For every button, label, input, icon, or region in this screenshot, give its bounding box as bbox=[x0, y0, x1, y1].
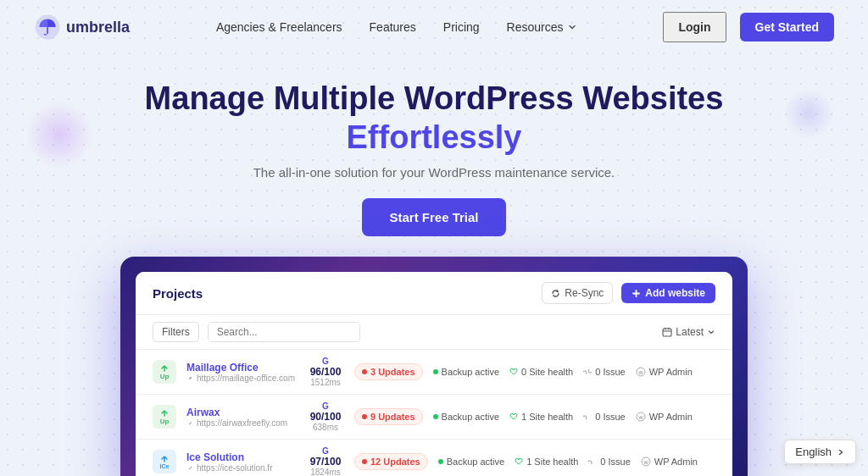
nav-resources[interactable]: Resources bbox=[507, 20, 577, 34]
backup-status: Backup active bbox=[438, 457, 504, 467]
score-value: 96/100 bbox=[310, 366, 342, 378]
nav-agencies[interactable]: Agencies & Freelancers bbox=[216, 20, 342, 34]
heart-icon bbox=[509, 412, 518, 421]
site-status-icon: Up bbox=[153, 405, 176, 429]
response-time: 1824ms bbox=[310, 468, 341, 476]
link2-icon bbox=[583, 368, 592, 376]
add-website-label: Add website bbox=[645, 287, 705, 299]
site-info: Ice Solution https://ice-solution.fr bbox=[186, 451, 297, 473]
wp-icon: W bbox=[636, 367, 646, 377]
dashboard-toolbar: Filters Latest bbox=[136, 315, 732, 350]
updates-badge: 9 Updates bbox=[354, 408, 423, 425]
language-label: English bbox=[795, 446, 832, 458]
score-block: G 97/100 1824ms bbox=[307, 446, 344, 476]
link-icon bbox=[186, 374, 194, 382]
cta-button[interactable]: Start Free Trial bbox=[362, 198, 505, 236]
link2-icon bbox=[588, 457, 597, 466]
dashboard-preview: Projects Re-Sync Add w bbox=[120, 257, 748, 476]
arrow-up-icon bbox=[160, 364, 169, 373]
table-row: Up Airwax https://airwaxfreefly.com G bbox=[136, 395, 732, 440]
response-time: 1512ms bbox=[310, 378, 341, 387]
link-icon bbox=[186, 464, 194, 472]
site-health-status: 1 Site health bbox=[515, 457, 578, 467]
site-info: Airwax https://airwaxfreefly.com bbox=[186, 407, 297, 428]
nav-pricing[interactable]: Pricing bbox=[443, 20, 480, 34]
svg-text:W: W bbox=[643, 460, 648, 465]
language-selector[interactable]: English bbox=[784, 440, 856, 464]
response-time: 638ms bbox=[313, 423, 338, 432]
chevron-right-icon bbox=[837, 448, 845, 457]
plus-icon bbox=[632, 289, 641, 298]
calendar-icon bbox=[662, 327, 672, 337]
sort-chevron-icon bbox=[707, 328, 715, 336]
site-name[interactable]: Airwax bbox=[186, 407, 297, 418]
umbrella-logo-icon bbox=[34, 14, 61, 41]
dashboard-title: Projects bbox=[153, 286, 203, 301]
site-health-status: 0 Site health bbox=[509, 367, 573, 377]
score-value: 90/100 bbox=[310, 411, 342, 423]
search-input[interactable] bbox=[208, 322, 360, 342]
backup-dot bbox=[438, 459, 443, 464]
dashboard-inner: Projects Re-Sync Add w bbox=[136, 272, 732, 476]
nav-features[interactable]: Features bbox=[370, 20, 416, 34]
score-block: G 90/100 638ms bbox=[307, 401, 344, 432]
site-status-icon: ICe bbox=[153, 450, 176, 473]
score-block: G 96/100 1512ms bbox=[307, 357, 344, 387]
svg-rect-1 bbox=[47, 27, 48, 34]
site-info: Maillage Office https://maillage-office.… bbox=[186, 362, 297, 383]
wp-admin-link[interactable]: W WP Admin bbox=[641, 457, 698, 467]
updates-badge: 3 Updates bbox=[354, 363, 423, 380]
svg-text:W: W bbox=[638, 415, 643, 420]
backup-dot bbox=[433, 414, 438, 419]
add-website-button[interactable]: Add website bbox=[621, 283, 715, 303]
issue-status: 0 Issue bbox=[588, 457, 630, 467]
heart-icon bbox=[509, 368, 518, 376]
logo[interactable]: umbrella bbox=[34, 14, 130, 41]
get-started-button[interactable]: Get Started bbox=[740, 13, 834, 42]
wp-admin-link[interactable]: W WP Admin bbox=[636, 412, 693, 422]
sort-button[interactable]: Latest bbox=[662, 326, 715, 338]
resync-button[interactable]: Re-Sync bbox=[542, 282, 613, 304]
arrow-up-icon bbox=[160, 455, 169, 463]
filter-button[interactable]: Filters bbox=[153, 322, 199, 342]
score-label: G bbox=[322, 401, 329, 411]
score-label: G bbox=[322, 357, 329, 366]
hero-subtitle: The all-in-one solution for your WordPre… bbox=[17, 165, 851, 180]
backup-status: Backup active bbox=[433, 412, 499, 422]
issue-status: 0 Issue bbox=[583, 412, 625, 422]
site-status-icon: Up bbox=[153, 360, 176, 384]
link2-icon bbox=[583, 412, 592, 421]
site-url: https://airwaxfreefly.com bbox=[186, 418, 297, 428]
svg-text:W: W bbox=[638, 370, 643, 375]
wp-icon: W bbox=[636, 412, 646, 422]
heart-icon bbox=[515, 457, 523, 466]
issue-status: 0 Issue bbox=[583, 367, 625, 377]
backup-status: Backup active bbox=[433, 367, 499, 377]
navbar: umbrella Agencies & Freelancers Features… bbox=[0, 0, 868, 54]
site-name[interactable]: Maillage Office bbox=[186, 362, 297, 374]
nav-links: Agencies & Freelancers Features Pricing … bbox=[216, 20, 577, 34]
site-health-status: 1 Site health bbox=[509, 412, 573, 422]
login-button[interactable]: Login bbox=[663, 12, 726, 42]
updates-dot bbox=[362, 459, 367, 464]
arrow-up-icon bbox=[160, 409, 169, 418]
chevron-down-icon bbox=[567, 22, 577, 32]
logo-text: umbrella bbox=[66, 19, 130, 36]
wp-icon: W bbox=[641, 457, 651, 467]
updates-dot bbox=[362, 414, 367, 419]
hero-title: Manage Multiple WordPress Websites Effor… bbox=[17, 80, 851, 157]
backup-dot bbox=[433, 369, 438, 374]
site-url: https://ice-solution.fr bbox=[186, 463, 297, 473]
site-name[interactable]: Ice Solution bbox=[186, 451, 297, 463]
wp-admin-link[interactable]: W WP Admin bbox=[636, 367, 693, 377]
sites-table: Up Maillage Office https://maillage-offi… bbox=[136, 350, 732, 476]
dashboard-header-actions: Re-Sync Add website bbox=[542, 282, 715, 304]
updates-badge: 12 Updates bbox=[354, 453, 428, 470]
table-row: Up Maillage Office https://maillage-offi… bbox=[136, 350, 732, 395]
site-url: https://maillage-office.com bbox=[186, 374, 297, 383]
link-icon bbox=[186, 419, 194, 427]
dashboard-header: Projects Re-Sync Add w bbox=[136, 272, 732, 315]
table-row: ICe Ice Solution https://ice-solution.fr… bbox=[136, 440, 732, 476]
resync-icon bbox=[551, 289, 560, 298]
svg-rect-2 bbox=[663, 329, 671, 336]
